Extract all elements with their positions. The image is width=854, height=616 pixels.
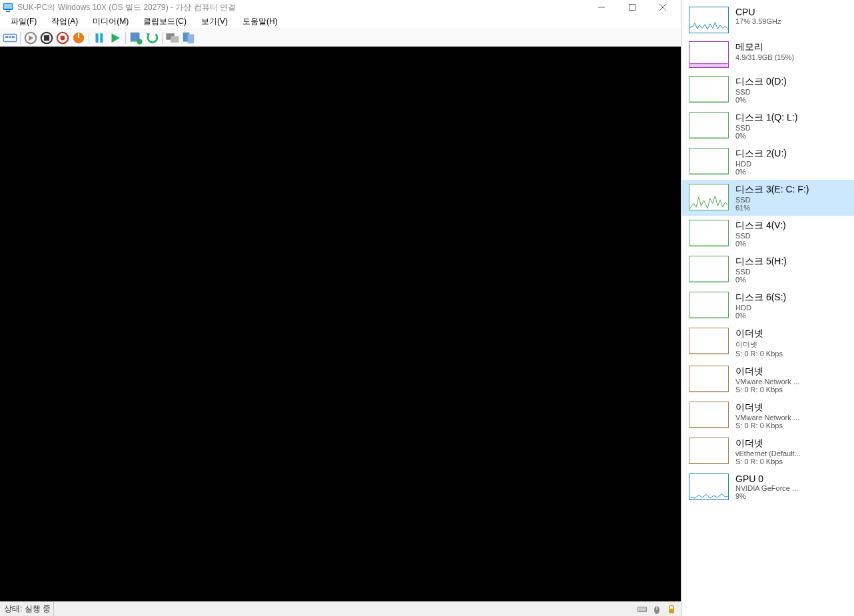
perf-item-disk-8[interactable]: 디스크 6(S:)HDD0%	[682, 288, 854, 324]
svg-rect-28	[188, 34, 195, 43]
perf-item-cpu-0[interactable]: CPU17% 3.59GHz	[682, 3, 854, 37]
checkpoint-button[interactable]	[129, 31, 143, 45]
perf-sub2: S: 0 R: 0 Kbps	[735, 386, 847, 394]
start-button[interactable]	[23, 31, 38, 45]
menu-clipboard[interactable]: 클립보드(C)	[137, 15, 193, 29]
perf-text: 디스크 3(E: C: F:)SSD61%	[735, 184, 847, 212]
menubar: 파일(F) 작업(A) 미디어(M) 클립보드(C) 보기(V) 도움말(H)	[0, 15, 681, 29]
perf-item-net-12[interactable]: 이더넷vEthernet (Default...S: 0 R: 0 Kbps	[682, 434, 854, 469]
status-separator	[53, 602, 54, 616]
perf-item-disk-7[interactable]: 디스크 5(H:)SSD0%	[682, 252, 854, 288]
perf-title: 디스크 2(U:)	[735, 148, 847, 160]
perf-item-disk-6[interactable]: 디스크 4(V:)SSD0%	[682, 216, 854, 252]
perf-text: GPU 0NVIDIA GeForce ...9%	[735, 473, 847, 500]
share-button[interactable]	[181, 31, 196, 45]
perf-item-net-9[interactable]: 이더넷이더넷S: 0 R: 0 Kbps	[682, 324, 854, 362]
perf-thumb-icon	[689, 112, 729, 139]
revert-button[interactable]	[145, 31, 159, 45]
perf-title: 이더넷	[735, 366, 847, 378]
perf-sub2: 0%	[735, 96, 847, 104]
toolbar-separator	[89, 32, 89, 44]
perf-text: 디스크 2(U:)HDD0%	[735, 148, 847, 176]
toolbar-separator	[20, 32, 21, 44]
shutdown-button[interactable]	[55, 31, 70, 45]
perf-text: 이더넷vEthernet (Default...S: 0 R: 0 Kbps	[735, 438, 847, 465]
perf-item-gpu-13[interactable]: GPU 0NVIDIA GeForce ...9%	[682, 469, 854, 504]
perf-thumb-icon	[689, 184, 729, 210]
ctrl-alt-del-button[interactable]	[3, 31, 17, 45]
perf-item-mem-1[interactable]: 메모리4.9/31.9GB (15%)	[682, 37, 854, 72]
vm-display-viewport[interactable]	[0, 47, 681, 601]
perf-text: 이더넷이더넷S: 0 R: 0 Kbps	[735, 328, 847, 358]
vm-connection-window: SUK-PC의 Windows 10X (OS 빌드 20279) - 가상 컴…	[0, 0, 681, 616]
turnoff-button[interactable]	[39, 31, 54, 45]
perf-text: 메모리4.9/31.9GB (15%)	[735, 41, 847, 68]
app-icon	[3, 2, 13, 13]
perf-title: CPU	[735, 7, 847, 17]
perf-item-net-11[interactable]: 이더넷VMware Network ...S: 0 R: 0 Kbps	[682, 398, 854, 434]
svg-rect-33	[669, 609, 674, 613]
perf-text: 디스크 6(S:)HDD0%	[735, 292, 847, 320]
perf-sub1: SSD	[735, 124, 847, 132]
perf-title: 디스크 5(H:)	[735, 256, 847, 268]
perf-text: 디스크 4(V:)SSD0%	[735, 220, 847, 248]
perf-item-disk-4[interactable]: 디스크 2(U:)HDD0%	[682, 144, 854, 180]
status-icons	[637, 604, 677, 615]
perf-sub1: 17% 3.59GHz	[735, 17, 847, 25]
perf-title: 디스크 6(S:)	[735, 292, 847, 304]
perf-item-net-10[interactable]: 이더넷VMware Network ...S: 0 R: 0 Kbps	[682, 362, 854, 398]
svg-rect-20	[100, 33, 103, 43]
perf-title: 이더넷	[735, 438, 847, 450]
toolbar-separator	[162, 32, 163, 44]
perf-title: 메모리	[735, 41, 847, 53]
perf-thumb-icon	[689, 41, 729, 68]
perf-thumb-icon	[689, 76, 729, 103]
perf-text: 이더넷VMware Network ...S: 0 R: 0 Kbps	[735, 366, 847, 394]
perf-thumb-icon	[689, 366, 729, 392]
perf-title: 디스크 1(Q: L:)	[735, 112, 847, 124]
menu-action[interactable]: 작업(A)	[45, 15, 85, 29]
performance-sidebar[interactable]: CPU17% 3.59GHz메모리4.9/31.9GB (15%)디스크 0(D…	[681, 0, 854, 616]
perf-sub1: SSD	[735, 232, 847, 240]
save-button[interactable]	[71, 31, 86, 45]
svg-point-16	[61, 35, 65, 40]
minimize-button[interactable]	[586, 0, 617, 15]
perf-sub1: SSD	[735, 88, 847, 96]
perf-item-disk-5[interactable]: 디스크 3(E: C: F:)SSD61%	[682, 180, 854, 216]
perf-sub1: VMware Network ...	[735, 414, 847, 422]
reset-button[interactable]	[108, 31, 123, 45]
perf-thumb-icon	[689, 148, 729, 174]
perf-sub1: HDD	[735, 160, 847, 168]
menu-media[interactable]: 미디어(M)	[86, 15, 135, 29]
perf-sub1: HDD	[735, 304, 847, 312]
perf-sub2: 0%	[735, 240, 847, 248]
menu-view[interactable]: 보기(V)	[195, 15, 234, 29]
status-text: 상태: 실행 중	[4, 603, 51, 615]
svg-rect-14	[44, 35, 49, 40]
svg-rect-1	[4, 4, 12, 9]
perf-sub1: 이더넷	[735, 340, 847, 350]
enhanced-session-button[interactable]	[165, 31, 180, 45]
toolbar-separator	[125, 32, 126, 44]
perf-sub2: 0%	[735, 168, 847, 176]
menu-file[interactable]: 파일(F)	[4, 15, 43, 29]
perf-title: GPU 0	[735, 473, 847, 484]
perf-item-disk-2[interactable]: 디스크 0(D:)SSD0%	[682, 72, 854, 108]
perf-item-disk-3[interactable]: 디스크 1(Q: L:)SSD0%	[682, 108, 854, 144]
maximize-button[interactable]	[617, 0, 647, 15]
perf-text: CPU17% 3.59GHz	[735, 7, 847, 33]
svg-rect-30	[638, 607, 646, 611]
perf-sub1: 4.9/31.9GB (15%)	[735, 53, 847, 61]
pause-button[interactable]	[92, 31, 107, 45]
perf-sub1: vEthernet (Default...	[735, 450, 847, 458]
perf-sub2: 61%	[735, 204, 847, 212]
perf-text: 디스크 5(H:)SSD0%	[735, 256, 847, 284]
close-button[interactable]	[647, 0, 678, 15]
svg-marker-21	[112, 33, 120, 43]
perf-sub2: S: 0 R: 0 Kbps	[735, 422, 847, 430]
perf-text: 이더넷VMware Network ...S: 0 R: 0 Kbps	[735, 402, 847, 430]
titlebar: SUK-PC의 Windows 10X (OS 빌드 20279) - 가상 컴…	[0, 0, 681, 15]
menu-help[interactable]: 도움말(H)	[236, 15, 284, 29]
perf-thumb-icon	[689, 402, 729, 428]
svg-rect-19	[96, 33, 99, 43]
